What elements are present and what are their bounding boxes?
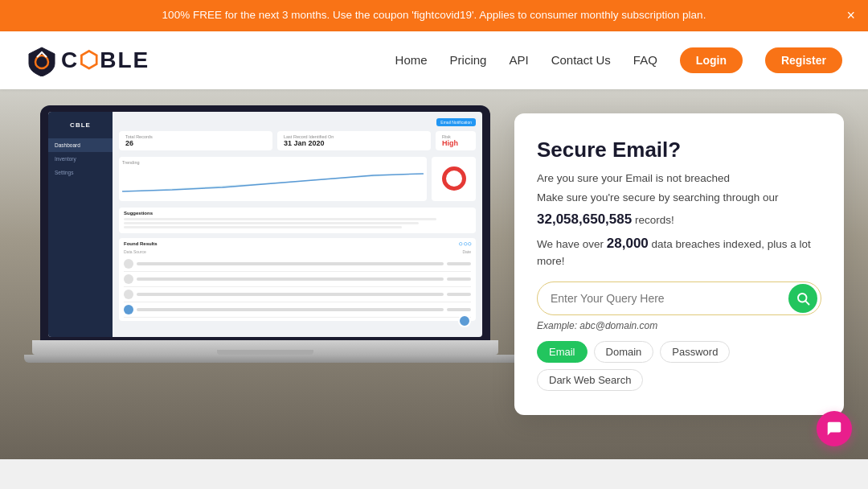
banner-text: 100% FREE for the next 3 months. Use the… (162, 9, 706, 21)
nav-faq[interactable]: FAQ (633, 53, 657, 67)
found-results-panel: Found Results ⬡ ⬡ ⬡ Data SourceDate (119, 238, 476, 321)
logo-icon (26, 44, 58, 76)
laptop-screen-outer: CBLE Dashboard Inventory Settings Email … (40, 105, 490, 340)
app-main: Email Notification Total Records 26 Last… (113, 112, 482, 337)
filter-tabs: Email Domain Password Dark Web Search (537, 341, 821, 391)
svg-line-2 (805, 301, 809, 304)
sidebar-inventory[interactable]: Inventory (48, 152, 113, 166)
card-title: Secure Email? (537, 138, 821, 162)
app-sidebar: CBLE Dashboard Inventory Settings (48, 112, 113, 337)
navbar: C⬡BLE Home Pricing API Contact Us FAQ Lo… (0, 31, 868, 89)
search-card: Secure Email? Are you sure your Email is… (514, 113, 844, 415)
logo[interactable]: C⬡BLE (26, 44, 149, 76)
search-input[interactable] (551, 292, 788, 305)
result-row-2 (124, 272, 471, 287)
search-icon (796, 291, 810, 306)
suggestions-panel: Suggestions (119, 208, 476, 233)
filter-darkweb[interactable]: Dark Web Search (537, 369, 643, 391)
laptop-base (32, 340, 498, 355)
chat-icon (825, 420, 843, 438)
laptop-mockup: CBLE Dashboard Inventory Settings Email … (24, 105, 506, 363)
stat-risk: Risk High (436, 131, 476, 150)
chat-bubble-button[interactable] (817, 411, 852, 446)
stat-last-record: Last Record Identified On 31 Jan 2020 (277, 131, 431, 150)
card-desc1: Are you sure your Email is not breached (537, 171, 821, 187)
app-screen: CBLE Dashboard Inventory Settings Email … (48, 112, 482, 337)
search-box (537, 281, 821, 315)
card-stat1: 32,058,650,585 records! (537, 209, 821, 230)
stat-total-records: Total Records 26 (119, 131, 272, 150)
sidebar-settings[interactable]: Settings (48, 166, 113, 179)
register-button[interactable]: Register (765, 47, 842, 73)
risk-gauge (432, 157, 476, 201)
app-stats: Total Records 26 Last Record Identified … (119, 131, 476, 150)
trending-chart: Trending (119, 157, 427, 201)
laptop-screen: CBLE Dashboard Inventory Settings Email … (48, 112, 482, 337)
app-logo: CBLE (48, 118, 113, 132)
result-row-3 (124, 287, 471, 302)
banner-close-button[interactable]: × (846, 8, 855, 23)
nav-api[interactable]: API (509, 53, 528, 67)
sidebar-dashboard[interactable]: Dashboard (48, 138, 113, 152)
example-text: Example: abc@domain.com (537, 320, 821, 331)
card-desc2: Make sure you're secure by searching thr… (537, 190, 821, 206)
login-button[interactable]: Login (680, 47, 743, 73)
card-stat2: We have over 28,000 data breaches indexe… (537, 233, 821, 270)
laptop-feet (24, 355, 522, 363)
nav-contact[interactable]: Contact Us (551, 53, 611, 67)
email-notification-toggle[interactable]: Email Notification (436, 118, 476, 126)
filter-domain[interactable]: Domain (594, 341, 654, 363)
app-overlay-dot (458, 314, 471, 327)
filter-email[interactable]: Email (537, 341, 588, 363)
app-charts: Trending (119, 157, 476, 201)
promo-banner: 100% FREE for the next 3 months. Use the… (0, 0, 868, 31)
risk-circle (442, 166, 466, 191)
result-row-4 (124, 302, 471, 318)
nav-links: Home Pricing API Contact Us FAQ Login Re… (395, 47, 842, 73)
result-row-1 (124, 257, 471, 272)
app-topbar: Email Notification (119, 118, 476, 126)
logo-text: C⬡BLE (61, 47, 149, 73)
nav-home[interactable]: Home (395, 53, 428, 67)
search-button[interactable] (788, 284, 817, 313)
hero-section: CBLE Dashboard Inventory Settings Email … (0, 89, 868, 459)
nav-pricing[interactable]: Pricing (450, 53, 487, 67)
filter-password[interactable]: Password (660, 341, 730, 363)
